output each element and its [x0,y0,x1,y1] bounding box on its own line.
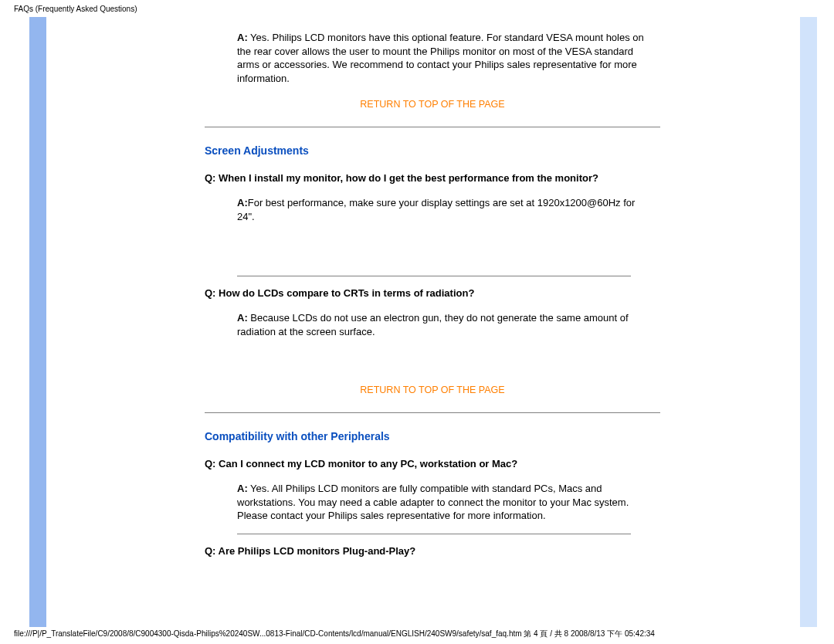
page-header-title: FAQs (Frequently Asked Questions) [14,5,137,13]
right-sidebar-bar [800,17,817,627]
question-text: How do LCDs compare to CRTs in terms of … [215,287,474,299]
page-body: A: Yes. Philips LCD monitors have this o… [0,17,834,627]
page-footer-path: file:///P|/P_TranslateFile/C9/2008/8/C90… [14,629,820,639]
answer-label: A: [237,197,248,208]
question-text: Are Philips LCD monitors Plug-and-Play? [215,545,415,557]
content-column: A: Yes. Philips LCD monitors have this o… [205,17,660,569]
divider [205,127,660,127]
return-to-top-link[interactable]: RETURN TO TOP OF THE PAGE [205,385,660,395]
section-title-screen-adjustments: Screen Adjustments [205,144,660,157]
answer-label: A: [237,32,248,43]
answer-text: For best performance, make sure your dis… [237,197,635,222]
answer-best-performance: A:For best performance, make sure your d… [205,196,660,223]
question-text: Can I connect my LCD monitor to any PC, … [215,458,517,469]
question-radiation: Q: How do LCDs compare to CRTs in terms … [205,287,660,299]
question-label: Q: [205,545,215,557]
question-label: Q: [205,172,215,184]
question-label: Q: [205,458,215,469]
answer-connect-any-pc: A: Yes. All Philips LCD monitors are ful… [205,482,660,523]
divider [237,534,631,534]
answer-label: A: [237,312,248,324]
divider [205,412,660,413]
question-plug-and-play: Q: Are Philips LCD monitors Plug-and-Pla… [205,545,660,557]
left-sidebar-bar [29,17,46,627]
answer-text: Because LCDs do not use an electron gun,… [237,312,629,337]
answer-text: Yes. All Philips LCD monitors are fully … [237,483,629,521]
question-text: When I install my monitor, how do I get … [215,172,598,184]
question-connect-any-pc: Q: Can I connect my LCD monitor to any P… [205,458,660,469]
answer-text: Yes. Philips LCD monitors have this opti… [237,32,644,84]
section-title-compatibility: Compatibility with other Peripherals [205,430,660,442]
return-to-top-link[interactable]: RETURN TO TOP OF THE PAGE [205,99,660,110]
intro-answer: A: Yes. Philips LCD monitors have this o… [205,31,660,85]
question-best-performance: Q: When I install my monitor, how do I g… [205,172,660,184]
divider [237,276,631,276]
answer-radiation: A: Because LCDs do not use an electron g… [205,311,660,338]
answer-label: A: [237,483,248,494]
question-label: Q: [205,287,215,299]
